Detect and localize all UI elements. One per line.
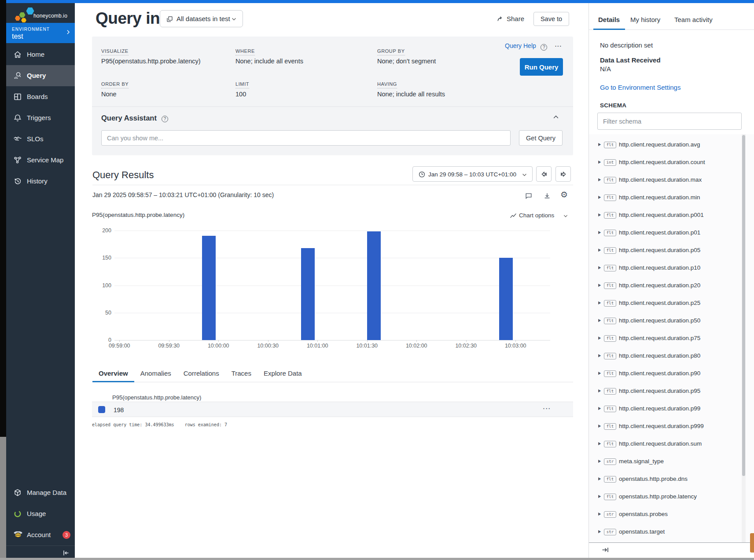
expand-triangle-icon[interactable]: ▶ — [598, 160, 601, 164]
expand-triangle-icon[interactable]: ▶ — [598, 353, 601, 358]
chevron-up-icon[interactable] — [552, 113, 559, 121]
schema-field-http.client.request.duration.p05[interactable]: ▶flthttp.client.request.duration.p05 — [589, 245, 747, 257]
expand-triangle-icon[interactable]: ▶ — [598, 142, 601, 146]
schema-field-meta.signal_type[interactable]: ▶strmeta.signal_type — [589, 456, 747, 468]
expand-triangle-icon[interactable]: ▶ — [598, 318, 601, 322]
schema-field-http.client.request.duration.p90[interactable]: ▶flthttp.client.request.duration.p90 — [589, 368, 747, 380]
expand-triangle-icon[interactable]: ▶ — [598, 265, 601, 270]
clause-value[interactable]: P95(openstatus.http.probe.latency) — [101, 58, 201, 65]
query-help-link[interactable]: Query Help — [505, 42, 536, 49]
schema-field-http.client.request.duration.p99[interactable]: ▶flthttp.client.request.duration.p99 — [589, 403, 747, 415]
tab-correlations[interactable]: Correlations — [177, 366, 225, 382]
clause-label[interactable]: GROUP BY — [377, 48, 405, 55]
save-to-button[interactable]: Save to — [533, 12, 569, 26]
chart-bar[interactable] — [499, 258, 513, 340]
schema-field-openstatus.target[interactable]: ▶stropenstatus.target — [589, 526, 747, 538]
chart-options-dropdown[interactable]: Chart options — [510, 212, 568, 220]
schema-field-http.client.request.duration.p80[interactable]: ▶flthttp.client.request.duration.p80 — [589, 350, 747, 362]
gear-icon[interactable]: ⚙ — [560, 190, 568, 199]
clause-label[interactable]: VISUALIZE — [101, 48, 129, 55]
time-range-selector[interactable]: Jan 29 09:58 – 10:03 UTC+01:00 — [412, 166, 533, 182]
schema-field-http.client.request.duration.sum[interactable]: ▶flthttp.client.request.duration.sum — [589, 438, 747, 450]
schema-field-http.client.request.duration.avg[interactable]: ▶flthttp.client.request.duration.avg — [589, 139, 747, 151]
expand-triangle-icon[interactable]: ▶ — [598, 336, 601, 340]
expand-triangle-icon[interactable]: ▶ — [598, 248, 601, 252]
tab-traces[interactable]: Traces — [225, 366, 257, 382]
clause-label[interactable]: ORDER BY — [101, 81, 129, 88]
chart-bar[interactable] — [202, 236, 216, 340]
get-query-button[interactable]: Get Query — [519, 130, 563, 146]
scrollbar-thumb[interactable] — [742, 135, 745, 476]
time-forward-button[interactable] — [555, 166, 571, 182]
expand-triangle-icon[interactable]: ▶ — [598, 459, 601, 463]
chart-bar[interactable] — [301, 248, 315, 340]
schema-field-http.client.request.duration.p999[interactable]: ▶flthttp.client.request.duration.p999 — [589, 421, 747, 433]
expand-triangle-icon[interactable]: ▶ — [598, 230, 601, 234]
schema-field-http.client.request.duration.p10[interactable]: ▶flthttp.client.request.duration.p10 — [589, 262, 747, 275]
expand-triangle-icon[interactable]: ▶ — [598, 195, 601, 199]
expand-triangle-icon[interactable]: ▶ — [598, 494, 601, 498]
panel-tab-my-history[interactable]: My history — [630, 16, 660, 23]
sidebar-item-history[interactable]: History — [6, 171, 75, 192]
clause-label[interactable]: WHERE — [235, 48, 255, 55]
schema-field-http.client.request.duration.p01[interactable]: ▶flthttp.client.request.duration.p01 — [589, 227, 747, 239]
tab-explore-data[interactable]: Explore Data — [257, 366, 308, 382]
expand-triangle-icon[interactable]: ▶ — [598, 371, 601, 375]
expand-triangle-icon[interactable]: ▶ — [598, 512, 601, 516]
expand-triangle-icon[interactable]: ▶ — [598, 406, 601, 410]
help-icon[interactable]: ? — [541, 44, 547, 51]
expand-triangle-icon[interactable]: ▶ — [598, 424, 601, 428]
environment-settings-link[interactable]: Go to Environment Settings — [600, 84, 680, 91]
tab-anomalies[interactable]: Anomalies — [134, 366, 177, 382]
schema-field-openstatus.http.probe.dns[interactable]: ▶fltopenstatus.http.probe.dns — [589, 473, 747, 486]
clause-value[interactable]: None; don't segment — [377, 58, 436, 65]
comment-icon[interactable] — [525, 192, 533, 200]
panel-tab-team-activity[interactable]: Team activity — [674, 16, 713, 23]
run-query-button[interactable]: Run Query — [520, 58, 563, 76]
chart-bar[interactable] — [367, 231, 381, 340]
schema-field-openstatus.probes[interactable]: ▶stropenstatus.probes — [589, 509, 747, 521]
collapse-sidebar-button[interactable] — [62, 549, 70, 557]
help-icon[interactable]: ? — [162, 116, 168, 122]
sidebar-item-query[interactable]: Query — [6, 65, 75, 86]
summary-row[interactable]: 198 ··· — [92, 402, 573, 417]
clause-value[interactable]: None; include all events — [235, 58, 303, 65]
schema-filter-input[interactable] — [597, 113, 742, 130]
schema-field-http.client.request.duration.p25[interactable]: ▶flthttp.client.request.duration.p25 — [589, 297, 747, 310]
sidebar-item-home[interactable]: Home — [6, 44, 75, 65]
honeycomb-logo[interactable]: honeycomb.io — [6, 6, 75, 24]
row-more-icon[interactable]: ··· — [543, 405, 552, 412]
sidebar-item-service-map[interactable]: Service Map — [6, 150, 75, 171]
sidebar-item-account[interactable]: Account3 — [6, 524, 75, 545]
expand-triangle-icon[interactable]: ▶ — [598, 177, 601, 182]
schema-field-http.client.request.duration.min[interactable]: ▶flthttp.client.request.duration.min — [589, 192, 747, 204]
more-options-icon[interactable]: ··· — [555, 43, 562, 49]
schema-field-http.client.request.duration.p75[interactable]: ▶flthttp.client.request.duration.p75 — [589, 333, 747, 345]
sidebar-item-usage[interactable]: Usage — [6, 503, 75, 524]
schema-field-http.client.request.duration.p001[interactable]: ▶flthttp.client.request.duration.p001 — [589, 209, 747, 222]
expand-triangle-icon[interactable]: ▶ — [598, 529, 601, 534]
sidebar-item-boards[interactable]: Boards — [6, 86, 75, 107]
assistant-input[interactable] — [101, 130, 511, 146]
expand-triangle-icon[interactable]: ▶ — [598, 300, 601, 305]
schema-field-http.client.request.duration.p20[interactable]: ▶flthttp.client.request.duration.p20 — [589, 280, 747, 292]
bar-chart[interactable] — [114, 231, 550, 340]
sidebar-item-slos[interactable]: SLOs — [6, 128, 75, 150]
expand-triangle-icon[interactable]: ▶ — [598, 388, 601, 393]
clause-value[interactable]: None — [101, 91, 117, 98]
clause-label[interactable]: HAVING — [377, 81, 397, 88]
schema-field-openstatus.http.probe.latency[interactable]: ▶fltopenstatus.http.probe.latency — [589, 491, 747, 503]
sidebar-item-triggers[interactable]: Triggers — [6, 107, 75, 128]
schema-field-http.client.request.duration.p50[interactable]: ▶flthttp.client.request.duration.p50 — [589, 315, 747, 327]
panel-tab-details[interactable]: Details — [598, 16, 620, 23]
dataset-selector[interactable]: All datasets in test — [160, 10, 243, 27]
time-back-button[interactable] — [536, 166, 552, 182]
clause-value[interactable]: None; include all results — [377, 91, 445, 98]
schema-field-http.client.request.duration.count[interactable]: ▶inthttp.client.request.duration.count — [589, 157, 747, 169]
environment-switcher[interactable]: ENVIRONMENT test — [6, 23, 75, 43]
schema-field-http.client.request.duration.p95[interactable]: ▶flthttp.client.request.duration.p95 — [589, 385, 747, 398]
tab-overview[interactable]: Overview — [92, 366, 134, 382]
schema-field-http.client.request.duration.max[interactable]: ▶flthttp.client.request.duration.max — [589, 174, 747, 187]
expand-triangle-icon[interactable]: ▶ — [598, 441, 601, 446]
expand-triangle-icon[interactable]: ▶ — [598, 476, 601, 481]
